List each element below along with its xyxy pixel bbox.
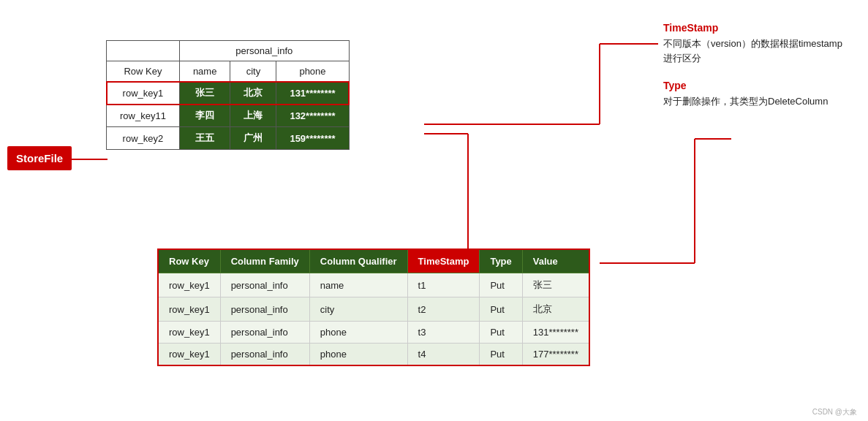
- lower-r1-qualifier: name: [309, 273, 407, 297]
- upper-row2-name: 李四: [179, 105, 230, 127]
- upper-row2-city: 上海: [230, 105, 276, 127]
- annotation-box: TimeStamp 不同版本（version）的数据根据timestamp进行区…: [663, 22, 846, 109]
- annotation-type: Type 对于删除操作，其类型为DeleteColumn: [663, 80, 846, 109]
- lower-r3-family: personal_info: [220, 322, 309, 344]
- upper-row2-key: row_key11: [107, 105, 180, 127]
- lower-col-value: Value: [522, 249, 589, 273]
- lower-r4-type: Put: [480, 344, 522, 366]
- annotation-type-text: 对于删除操作，其类型为DeleteColumn: [663, 94, 846, 109]
- upper-table: personal_info Row Key name city phone ro…: [106, 40, 350, 150]
- lower-r2-family: personal_info: [220, 297, 309, 322]
- lower-r1-family: personal_info: [220, 273, 309, 297]
- upper-row3-key: row_key2: [107, 127, 180, 150]
- upper-row3-phone: 159********: [276, 127, 349, 150]
- lower-r4-ts: t4: [407, 344, 480, 366]
- lower-row-1: row_key1 personal_info name t1 Put 张三: [158, 273, 589, 297]
- upper-table-title-row: personal_info: [107, 41, 350, 61]
- lower-col-family: Column Family: [220, 249, 309, 273]
- lower-row-3: row_key1 personal_info phone t3 Put 131*…: [158, 322, 589, 344]
- lower-col-qualifier: Column Qualifier: [309, 249, 407, 273]
- lower-table-container: Row Key Column Family Column Qualifier T…: [157, 249, 590, 366]
- upper-row-3: row_key2 王五 广州 159********: [107, 127, 350, 150]
- upper-row-1: row_key1 张三 北京 131********: [107, 82, 350, 105]
- upper-row1-name: 张三: [179, 82, 230, 105]
- upper-table-col-header: Row Key name city phone: [107, 61, 350, 82]
- upper-table-empty-header: [107, 41, 180, 61]
- lower-r2-type: Put: [480, 297, 522, 322]
- lower-r3-ts: t3: [407, 322, 480, 344]
- upper-col-phone: phone: [276, 61, 349, 82]
- lower-r3-type: Put: [480, 322, 522, 344]
- lower-r1-rowkey: row_key1: [158, 273, 220, 297]
- lower-r3-rowkey: row_key1: [158, 322, 220, 344]
- lower-table-header: Row Key Column Family Column Qualifier T…: [158, 249, 589, 273]
- lower-row-4: row_key1 personal_info phone t4 Put 177*…: [158, 344, 589, 366]
- lower-r2-rowkey: row_key1: [158, 297, 220, 322]
- annotation-ts-text: 不同版本（version）的数据根据timestamp进行区分: [663, 37, 846, 65]
- lower-table: Row Key Column Family Column Qualifier T…: [157, 249, 590, 366]
- watermark: CSDN @大象: [812, 407, 857, 417]
- upper-col-name: name: [179, 61, 230, 82]
- annotation-type-title: Type: [663, 80, 846, 91]
- upper-col-rowkey: Row Key: [107, 61, 180, 82]
- page-container: StoreFile personal_info Row Key name cit…: [0, 0, 868, 421]
- lower-r3-value: 131********: [522, 322, 589, 344]
- lower-r1-value: 张三: [522, 273, 589, 297]
- lower-r3-qualifier: phone: [309, 322, 407, 344]
- lower-r1-type: Put: [480, 273, 522, 297]
- upper-col-city: city: [230, 61, 276, 82]
- upper-row3-city: 广州: [230, 127, 276, 150]
- annotation-ts-title: TimeStamp: [663, 22, 846, 34]
- lower-r4-qualifier: phone: [309, 344, 407, 366]
- lower-r2-qualifier: city: [309, 297, 407, 322]
- lower-r4-rowkey: row_key1: [158, 344, 220, 366]
- lower-r1-ts: t1: [407, 273, 480, 297]
- lower-col-ts: TimeStamp: [407, 249, 480, 273]
- upper-table-title: personal_info: [179, 41, 349, 61]
- upper-row1-phone: 131********: [276, 82, 349, 105]
- lower-col-rowkey: Row Key: [158, 249, 220, 273]
- lower-r4-family: personal_info: [220, 344, 309, 366]
- storefile-label: StoreFile: [7, 146, 72, 170]
- lower-col-type: Type: [480, 249, 522, 273]
- lower-r2-ts: t2: [407, 297, 480, 322]
- annotation-timestamp: TimeStamp 不同版本（version）的数据根据timestamp进行区…: [663, 22, 846, 65]
- upper-row-2: row_key11 李四 上海 132********: [107, 105, 350, 127]
- lower-row-2: row_key1 personal_info city t2 Put 北京: [158, 297, 589, 322]
- lower-r2-value: 北京: [522, 297, 589, 322]
- upper-row1-city: 北京: [230, 82, 276, 105]
- upper-row2-phone: 132********: [276, 105, 349, 127]
- lower-r4-value: 177********: [522, 344, 589, 366]
- upper-row1-key: row_key1: [107, 82, 180, 105]
- upper-row3-name: 王五: [179, 127, 230, 150]
- upper-table-container: personal_info Row Key name city phone ro…: [106, 40, 350, 150]
